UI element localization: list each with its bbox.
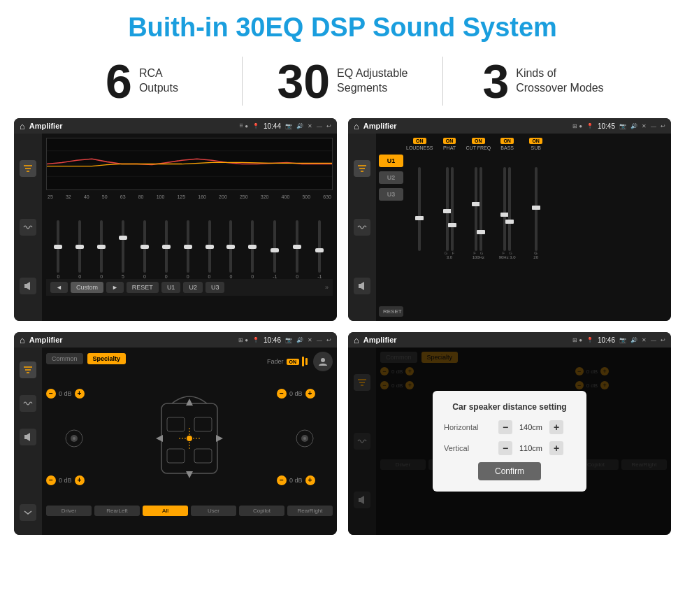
slider-track-4[interactable] [122, 220, 124, 273]
dialog-horizontal-label: Horizontal [444, 423, 493, 431]
db-plus-tr[interactable]: + [305, 389, 315, 399]
amp-u3-preset[interactable]: U3 [379, 188, 403, 201]
slider-track-13[interactable] [318, 220, 321, 273]
amp-speaker-icon[interactable] [354, 278, 370, 294]
slider-track-12[interactable] [296, 220, 298, 273]
dialog-vertical-minus[interactable]: − [498, 441, 512, 455]
all-btn[interactable]: All [143, 506, 188, 516]
eq-u1-button[interactable]: U1 [161, 282, 181, 293]
home-icon[interactable]: ⌂ [20, 121, 25, 131]
eq-wave-icon[interactable] [20, 219, 36, 236]
slider-col-6: 0 [165, 220, 168, 279]
fader-speaker-icon[interactable] [20, 429, 36, 445]
amp-min-icon[interactable]: — [651, 123, 656, 129]
cutfreq-label: CUT FREQ [466, 145, 491, 150]
sub-on-btn[interactable]: ON [529, 138, 542, 144]
dialog-back-icon[interactable]: ↩ [661, 337, 665, 343]
bass-on-btn[interactable]: ON [500, 138, 514, 144]
back-icon[interactable]: ↩ [326, 123, 331, 129]
amp-u1-preset[interactable]: U1 [379, 155, 403, 167]
slider-track-3[interactable] [100, 220, 103, 273]
db-plus-tl[interactable]: + [75, 389, 85, 399]
driver-btn[interactable]: Driver [46, 506, 92, 516]
cutfreq-slider-f[interactable] [475, 167, 477, 251]
eq-dots-icon: ⠿ ● [239, 123, 248, 129]
fader-home-icon[interactable]: ⌂ [20, 335, 25, 345]
rearleft-btn[interactable]: RearLeft [94, 506, 140, 516]
fader-wave-icon[interactable] [20, 395, 36, 412]
confirm-button[interactable]: Confirm [478, 462, 541, 480]
dialog-vertical-label: Vertical [444, 444, 493, 452]
phat-slider-g[interactable] [446, 167, 449, 251]
channel-bass: ON BASS FG 90Hz 3.0 [495, 138, 519, 259]
amp-wave-icon[interactable] [354, 219, 370, 236]
slider-track-11[interactable] [273, 220, 276, 273]
cutfreq-slider-g[interactable] [480, 167, 482, 251]
bass-slider-f[interactable] [503, 167, 506, 251]
copilot-btn[interactable]: Copilot [239, 506, 284, 516]
amp-filter-icon[interactable] [354, 160, 370, 177]
eq-custom-button[interactable]: Custom [71, 282, 103, 293]
slider-track-5[interactable] [143, 220, 146, 273]
minimize-icon[interactable]: — [317, 123, 322, 129]
fader-min-icon[interactable]: — [317, 337, 322, 343]
phat-slider-f[interactable] [451, 167, 454, 251]
slider-track-2[interactable] [78, 220, 81, 273]
amp-reset-button[interactable]: RESET [379, 306, 403, 317]
cutfreq-on-btn[interactable]: ON [472, 138, 485, 144]
eq-prev-button[interactable]: ◄ [50, 282, 68, 293]
eq-u3-button[interactable]: U3 [206, 282, 225, 293]
slider-col-3: 0 [100, 220, 103, 279]
dialog-horizontal-plus[interactable]: + [549, 420, 563, 434]
db-minus-bl[interactable]: − [46, 475, 56, 485]
eq-reset-button[interactable]: RESET [127, 282, 159, 293]
rearright-btn[interactable]: RearRight [287, 506, 333, 516]
db-minus-br[interactable]: − [277, 475, 287, 485]
dialog-vertical-plus[interactable]: + [549, 441, 563, 455]
svg-rect-16 [167, 449, 185, 463]
slider-track-7[interactable] [187, 220, 189, 273]
loudness-slider[interactable] [418, 167, 421, 251]
bass-slider-g[interactable] [508, 167, 511, 251]
db-minus-tl[interactable]: − [46, 389, 56, 399]
amp-home-icon[interactable]: ⌂ [354, 121, 359, 131]
eq-app-title: Amplifier [29, 122, 235, 130]
sub-slider[interactable] [535, 167, 538, 251]
fader-common-tab[interactable]: Common [46, 353, 83, 364]
eq-next-button[interactable]: ► [106, 282, 124, 293]
fader-user-icon[interactable] [313, 352, 333, 371]
db-plus-bl[interactable]: + [75, 475, 85, 485]
fader-close-icon[interactable]: ✕ [308, 337, 312, 343]
eq-filter-icon[interactable] [20, 160, 36, 177]
slider-track-1[interactable] [57, 220, 59, 273]
slider-track-9[interactable] [229, 220, 232, 273]
fader-on-badge[interactable]: ON [287, 359, 300, 365]
fader-expand-icon[interactable] [20, 504, 36, 521]
slider-track-10[interactable] [251, 220, 254, 273]
phat-on-btn[interactable]: ON [443, 138, 456, 144]
stat-eq: 30 EQ AdjustableSegments [243, 57, 442, 105]
dialog-horizontal-value: 140cm [515, 423, 547, 431]
dialog-close-icon[interactable]: ✕ [642, 337, 647, 343]
sub-label: SUB [531, 145, 540, 150]
slider-col-10: 0 [251, 220, 254, 279]
slider-track-6[interactable] [165, 220, 168, 273]
amp-back-icon[interactable]: ↩ [661, 123, 665, 129]
db-plus-br[interactable]: + [305, 475, 315, 485]
eq-speaker-icon[interactable] [20, 278, 36, 294]
eq-u2-button[interactable]: U2 [183, 282, 203, 293]
close-icon[interactable]: ✕ [308, 123, 312, 129]
loudness-on-btn[interactable]: ON [413, 138, 426, 144]
user-btn[interactable]: User [191, 506, 236, 516]
page-title: Buith-in 30EQ DSP Sound System [0, 0, 685, 50]
fader-filter-icon[interactable] [20, 361, 36, 378]
dialog-home-icon[interactable]: ⌂ [354, 335, 359, 345]
fader-back-icon[interactable]: ↩ [326, 337, 331, 343]
slider-track-8[interactable] [208, 220, 211, 273]
dialog-horizontal-minus[interactable]: − [498, 420, 512, 434]
amp-close-icon[interactable]: ✕ [642, 123, 647, 129]
amp-u2-preset[interactable]: U2 [379, 171, 403, 184]
fader-specialty-tab[interactable]: Specialty [87, 353, 127, 364]
db-minus-tr[interactable]: − [277, 389, 287, 399]
dialog-min-icon[interactable]: — [651, 337, 656, 343]
